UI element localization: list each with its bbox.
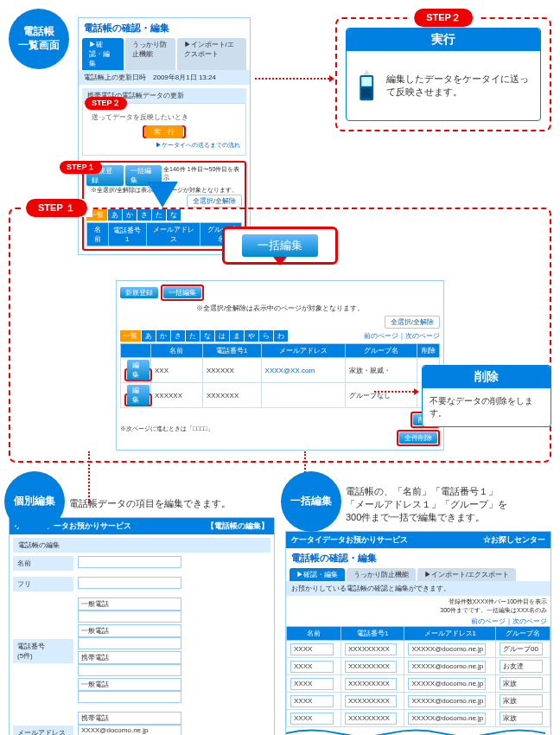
kf-yomi-inp[interactable] (78, 577, 181, 589)
table-row: 編集XXXXXXXXXXXXX@XX.com家族・親戚・ (121, 358, 440, 383)
i-grp-sel[interactable]: 家族 (500, 677, 543, 690)
edit-button[interactable]: 編集 (127, 385, 150, 406)
k-sectitle: 電話帳の編集 (13, 538, 270, 553)
i-name-inp[interactable]: XXXX (290, 661, 334, 673)
k-sub: 【電話帳の編集】 (207, 521, 269, 532)
kf-tel-sel1[interactable]: 一般電話 (78, 624, 181, 637)
kf-tel-i0[interactable] (78, 610, 181, 623)
i-grp-sel[interactable]: グループ00 (500, 642, 543, 655)
kobetsu-desc: 電話帳データの項目を編集できます。 (69, 480, 275, 517)
i-tel-inp[interactable]: XXXXXXXXX (345, 678, 397, 690)
kana-わ[interactable]: わ (274, 330, 288, 342)
i-tab0[interactable]: ▶確認・編集 (290, 568, 345, 581)
kana-ら[interactable]: ら (259, 330, 273, 342)
tab-import[interactable]: ▶インポート/エクスポート (177, 38, 246, 70)
i-grp-sel[interactable]: 家族 (500, 694, 543, 707)
tab-ukkari[interactable]: うっかり防止機能 (125, 38, 175, 70)
mid-table: 名前 電話番号1 メールアドレス グループ名 削除 編集XXXXXXXXXXXX… (120, 343, 440, 408)
i-name-inp[interactable]: XXXX (290, 713, 334, 725)
kana-か[interactable]: か (156, 330, 170, 342)
bulk-callout-btn: 一括編集 (242, 234, 318, 257)
i-tel-inp[interactable]: XXXXXXXXX (345, 643, 397, 655)
i-grp-sel[interactable]: 家族 (500, 712, 543, 725)
kf-tel-sel2[interactable]: 携帯電話 (78, 651, 181, 664)
step1-label: STEP １ (26, 199, 87, 217)
delete-box-wrap: 削除 不要なデータの削除をします。 (422, 365, 551, 427)
kana-さ[interactable]: さ (171, 330, 185, 342)
mid-note: ※全選択/全解除は表示中のページが対象となります。 (120, 301, 440, 316)
i-tab2[interactable]: ▶インポート/エクスポート (417, 568, 516, 581)
svg-rect-1 (361, 77, 372, 86)
i-mail-inp[interactable]: XXXXX@docomo.ne.jp (408, 695, 486, 707)
i-tel-inp[interactable]: XXXXXXXXX (345, 713, 397, 725)
i-name-inp[interactable]: XXXX (290, 643, 334, 655)
kf-mail: メールアドレス (5件) (13, 725, 73, 735)
kf-tel-sel0[interactable]: 一般電話 (78, 598, 181, 610)
sec1-sub: 送ってデータを反映したいとき (88, 109, 240, 125)
i-tel-inp[interactable]: XXXXXXXXX (345, 695, 397, 707)
kana-ま[interactable]: ま (230, 330, 244, 342)
kf-tel-i1[interactable] (78, 637, 181, 649)
table-row: XXXXXXXXXXXXXXXXXX@docomo.ne.jp家族 (287, 710, 550, 727)
list-screen-badge: 電話帳 一覧画面 (9, 9, 69, 69)
kana-た[interactable]: た (186, 330, 200, 342)
i-topright[interactable]: ☆お探しセンター (483, 534, 545, 546)
delete-header: 削除 (423, 366, 550, 388)
m-col-tel: 電話番号1 (202, 344, 261, 358)
kf-name: 名前 (13, 556, 73, 571)
kana-な[interactable]: な (200, 330, 214, 342)
mid-selall[interactable]: 全選択/全解除 (385, 316, 440, 329)
ikkatsu-badge: 一括編集 (281, 471, 341, 532)
kana-あ[interactable]: あ (142, 330, 156, 342)
ss-title: 電話帳の確認・編集 (79, 18, 250, 38)
tab-confirm[interactable]: ▶確認・編集 (82, 38, 124, 70)
bar-left: 電話帳上の更新日時 2009年8月1日 13:24 (84, 74, 216, 81)
mid-pager[interactable]: 前のページ｜次のページ (364, 331, 440, 341)
i-mail-inp[interactable]: XXXXX@docomo.ne.jp (408, 713, 486, 725)
arrow-to-step2 (255, 78, 333, 80)
i-mail-inp[interactable]: XXXXX@docomo.ne.jp (408, 643, 486, 655)
i-name-inp[interactable]: XXXX (290, 695, 334, 707)
delete-text: 不要なデータの削除をします。 (423, 388, 550, 426)
kf-mail-sel0[interactable]: 携帯電話 (78, 712, 181, 725)
i-mail-inp[interactable]: XXXXX@docomo.ne.jp (408, 678, 486, 690)
kana-は[interactable]: は (215, 330, 229, 342)
i-tab1[interactable]: うっかり防止機能 (347, 568, 416, 581)
table-row: 編集XXXXXXXXXXXXXグループなし (121, 383, 440, 408)
i-grp-sel[interactable]: お友達 (500, 660, 543, 673)
phone-icon (355, 60, 378, 112)
i-tel-inp[interactable]: XXXXXXXXX (345, 661, 397, 673)
step2-text: 編集したデータをケータイに送って反映させます。 (386, 73, 531, 99)
kana-や[interactable]: や (245, 330, 258, 342)
kf-mail-i0[interactable]: XXXX@docomo.ne.jp (78, 725, 181, 735)
step1-small-label: STEP１ (60, 161, 102, 174)
step2-label: STEP２ (414, 9, 473, 27)
kf-name-inp[interactable] (78, 556, 181, 568)
kf-tel-sel3[interactable]: 一般電話 (78, 678, 181, 691)
mid-bulk[interactable]: 一括編集 (163, 287, 201, 298)
link-flow[interactable]: ▶ケータイへの送るまでの流れ (88, 138, 240, 150)
mid-new[interactable]: 新規登録 (120, 287, 158, 298)
arrow-to-delete (374, 391, 417, 393)
mid-panel: 新規登録 一括編集 ※全選択/全解除は表示中のページが対象となります。 全選択/… (116, 280, 444, 451)
kf-tel-i2[interactable] (78, 664, 181, 676)
kobetsu-badge: 個別編集 (4, 471, 65, 532)
i-note2: 登録件数XXXX件バー100件目を表示 (449, 598, 547, 604)
kana-一覧[interactable]: 一覧 (120, 330, 141, 342)
step2-box: STEP２ 実行 編集したデータをケータイに送って反映させます。 (335, 17, 551, 131)
step1-box: STEP １ 一括編集 新規登録 一括編集 ※全選択/全解除は表示中のページが対… (9, 208, 551, 463)
kobetsu-screen: ケータイデータお預かりサービス 【電話帳の編集】 電話帳の編集 名前 フリ 電話… (9, 517, 275, 735)
kf-tel-i3[interactable] (78, 691, 181, 703)
exec-button[interactable]: 実 行 (145, 125, 183, 138)
table-row: XXXXXXXXXXXXXXXXXX@docomo.ne.jp家族 (287, 693, 550, 710)
i-name-inp[interactable]: XXXX (290, 678, 334, 690)
table-row: XXXXXXXXXXXXXXXXXX@docomo.ne.jp家族 (287, 675, 550, 693)
edit-button[interactable]: 編集 (127, 360, 150, 380)
i-pager[interactable]: 前のページ｜次のページ (286, 617, 550, 626)
i-mail-inp[interactable]: XXXXX@docomo.ne.jp (408, 661, 486, 673)
i-note1: お預かりしている電話帳の確認と編集ができます。 (286, 581, 550, 596)
ikkatsu-desc: 電話帳の、「名前」「電話番号１」 「メールアドレス１」「グループ」を 300件ま… (346, 480, 551, 531)
ic-grp: グループ名 (496, 627, 550, 641)
mid-alldel[interactable]: 全件削除 (399, 432, 437, 444)
table-row: XXXXXXXXXXXXXXXXXX@docomo.ne.jpお友達 (287, 658, 550, 675)
